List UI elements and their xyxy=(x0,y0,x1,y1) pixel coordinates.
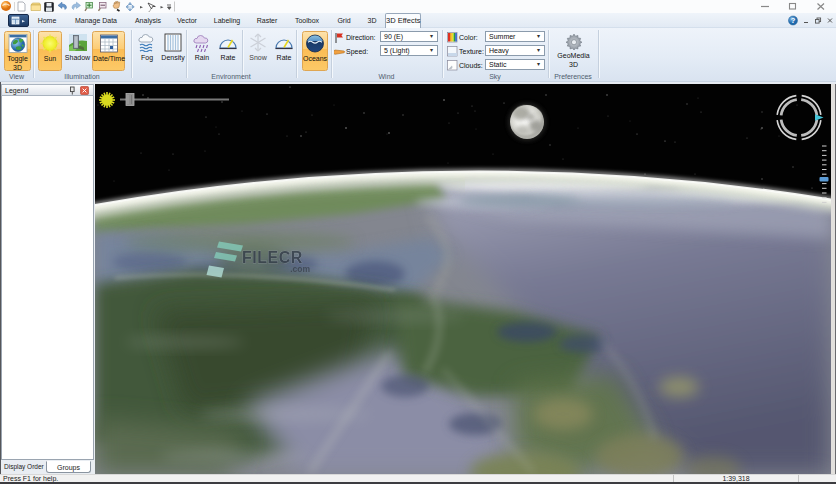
svg-text:?: ? xyxy=(791,16,796,25)
svg-text:.com: .com xyxy=(290,264,310,274)
